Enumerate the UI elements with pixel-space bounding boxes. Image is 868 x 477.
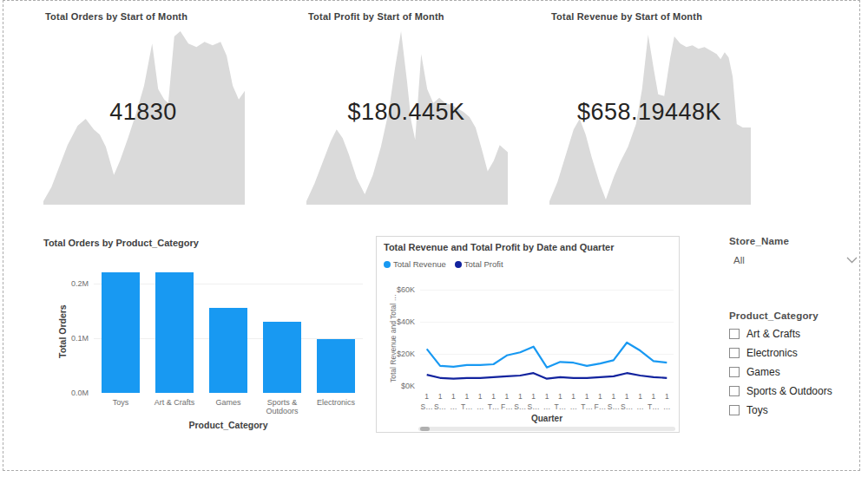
x-tick-date-label: T…: [487, 402, 500, 412]
x-tick-quarter-label: 1: [460, 391, 473, 402]
line-plot-area: $0K$20K$40K$60K1S…1S…1…1T…1…1T…1F…1S…1S……: [377, 237, 679, 432]
report-canvas: Total Orders by Start of Month 41830 Tot…: [0, 0, 868, 477]
x-category-label: Art & Crafts: [148, 398, 201, 407]
bar-art-crafts[interactable]: [155, 272, 194, 393]
x-tick-date-label: …: [661, 402, 674, 412]
checkbox-label: Sports & Outdoors: [746, 385, 832, 397]
line-chart-revenue-profit: Total Revenue and Total Profit by Date a…: [376, 236, 680, 433]
category-checkbox-art-crafts[interactable]: Art & Crafts: [729, 324, 859, 343]
checkbox-icon[interactable]: [729, 329, 740, 339]
bar-y-axis-title: Total Orders: [57, 304, 68, 358]
x-tick-quarter-label: 1: [554, 391, 567, 402]
y-tick-label: 0.0M: [54, 389, 89, 397]
x-tick-date-label: T…: [580, 402, 593, 412]
x-tick-quarter-label: 1: [607, 391, 620, 402]
x-tick-date-label: S…: [433, 402, 446, 412]
x-tick-date-label: …: [540, 402, 553, 412]
card-title: Total Revenue by Start of Month: [551, 11, 702, 22]
product-category-checkbox-list: Art & CraftsElectronicsGamesSports & Out…: [729, 324, 859, 420]
bar-plot-area: 0.0M0.1M0.2MToysArt & CraftsGamesSports …: [36, 232, 388, 441]
slicer-product-category-header: Product_Category: [729, 310, 859, 321]
slicer-store-name: Store_Name All: [729, 236, 859, 267]
x-tick-date-label: S…: [621, 402, 634, 412]
category-checkbox-toys[interactable]: Toys: [729, 401, 859, 420]
category-checkbox-sports-outdoors[interactable]: Sports & Outdoors: [729, 382, 859, 401]
x-tick-quarter-label: 1: [420, 391, 433, 402]
checkbox-icon[interactable]: [729, 348, 740, 358]
checkbox-label: Art & Crafts: [746, 328, 800, 340]
checkbox-label: Games: [746, 366, 780, 378]
bar-sports-outdoors[interactable]: [263, 322, 301, 393]
x-tick-quarter-label: 1: [567, 391, 580, 402]
x-tick-date-label: …: [634, 402, 647, 412]
x-tick-date-label: …: [567, 402, 580, 412]
x-scrollbar-track[interactable]: [418, 427, 675, 431]
x-tick-quarter-label: 1: [540, 391, 553, 402]
category-checkbox-games[interactable]: Games: [729, 363, 859, 382]
slicer-product-category: Product_Category Art & CraftsElectronics…: [729, 310, 859, 420]
x-tick-date-label: S…: [607, 402, 620, 412]
checkbox-icon[interactable]: [729, 367, 740, 377]
x-tick-quarter-label: 1: [580, 391, 593, 402]
x-tick-quarter-label: 1: [527, 391, 540, 402]
x-tick-date-label: S…: [527, 402, 540, 412]
store-name-dropdown[interactable]: All: [729, 253, 859, 267]
x-tick-date-label: …: [473, 402, 486, 412]
x-tick-date-label: F…: [594, 402, 607, 412]
line-x-axis-title: Quarter: [460, 414, 634, 423]
x-tick-quarter-label: 1: [647, 391, 660, 402]
line-series-total-profit[interactable]: [427, 373, 667, 379]
checkbox-label: Electronics: [746, 347, 798, 359]
bar-toys[interactable]: [102, 272, 140, 393]
checkbox-label: Toys: [746, 404, 768, 416]
card-total-revenue: Total Revenue by Start of Month $658.194…: [542, 5, 756, 206]
x-tick-quarter-label: 1: [634, 391, 647, 402]
x-tick-quarter-label: 1: [433, 391, 446, 402]
x-tick-quarter-label: 1: [661, 391, 674, 402]
x-tick-date-label: S…: [514, 402, 527, 412]
checkbox-icon[interactable]: [729, 386, 740, 396]
card-total-profit: Total Profit by Start of Month $180.445K: [299, 5, 513, 206]
x-tick-date-label: T…: [554, 402, 567, 412]
x-scrollbar-thumb[interactable]: [420, 427, 430, 431]
x-tick-quarter-label: 1: [514, 391, 527, 402]
x-tick-quarter-label: 1: [594, 391, 607, 402]
category-checkbox-electronics[interactable]: Electronics: [729, 343, 859, 363]
x-category-label: Games: [201, 398, 255, 407]
bar-games[interactable]: [209, 308, 247, 393]
x-category-label: Sports & Outdoors: [255, 398, 309, 416]
card-value-total-orders: 41830: [36, 99, 250, 126]
line-y-axis-title: Total Revenue and Total …: [389, 294, 398, 382]
x-tick-date-label: …: [447, 402, 460, 412]
x-category-label: Electronics: [309, 398, 363, 407]
checkbox-icon[interactable]: [729, 405, 740, 415]
bar-chart-total-orders-by-category: Total Orders by Product_Category 0.0M0.1…: [36, 232, 388, 441]
x-tick-quarter-label: 1: [621, 391, 634, 402]
card-value-total-profit: $180.445K: [299, 99, 513, 126]
bar-electronics[interactable]: [317, 339, 355, 393]
card-title: Total Profit by Start of Month: [308, 11, 444, 22]
slicer-store-name-header: Store_Name: [729, 236, 859, 246]
bar-x-axis-title: Product_Category: [141, 420, 315, 430]
card-total-orders: Total Orders by Start of Month 41830: [36, 5, 250, 206]
x-tick-quarter-label: 1: [487, 391, 500, 402]
store-name-dropdown-value: All: [733, 255, 745, 265]
x-tick-date-label: T…: [647, 402, 660, 412]
x-tick-date-label: S…: [420, 402, 433, 412]
x-tick-quarter-label: 1: [500, 391, 513, 402]
x-category-label: Toys: [94, 398, 148, 407]
card-title: Total Orders by Start of Month: [45, 11, 187, 22]
x-tick-date-label: F…: [500, 402, 513, 412]
card-value-total-revenue: $658.19448K: [542, 99, 756, 126]
x-tick-quarter-label: 1: [473, 391, 486, 402]
x-tick-date-label: T…: [460, 402, 473, 412]
chevron-down-icon: [846, 257, 858, 264]
x-tick-quarter-label: 1: [447, 391, 460, 402]
line-series-total-revenue[interactable]: [427, 343, 667, 368]
y-tick-label: 0.2M: [54, 279, 89, 288]
